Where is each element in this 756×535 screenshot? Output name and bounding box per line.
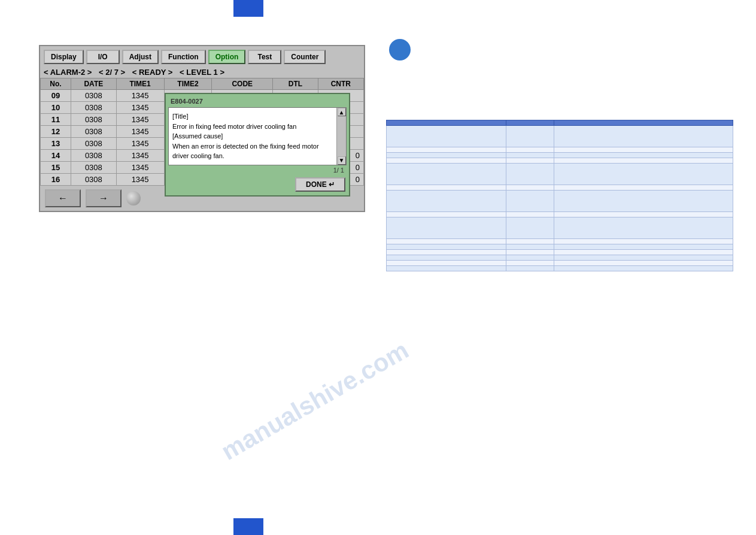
status-bar: < ALARM-2 > < 2/ 7 > < READY > < LEVEL 1… <box>40 67 364 78</box>
list-item <box>387 185 733 191</box>
col-no: No. <box>41 78 71 90</box>
popup-cause-text: When an error is detected on the fixing … <box>172 141 330 161</box>
ref-table-container <box>386 120 733 271</box>
list-item <box>387 250 733 255</box>
list-item <box>387 261 733 266</box>
list-item <box>387 217 733 239</box>
option-button[interactable]: Option <box>208 50 246 64</box>
list-item <box>387 266 733 271</box>
adjust-button[interactable]: Adjust <box>122 50 159 64</box>
done-button[interactable]: DONE ↵ <box>295 177 345 192</box>
popup-content: [Title] Error in fixing feed motor drive… <box>168 107 347 165</box>
list-item <box>387 147 733 153</box>
ball-icon <box>126 191 141 205</box>
test-button[interactable]: Test <box>248 50 281 64</box>
ref-col-2 <box>506 120 554 126</box>
ready-status: < READY > <box>132 68 173 77</box>
function-button[interactable]: Function <box>161 50 206 64</box>
prev-button[interactable]: ← <box>45 189 81 207</box>
page-indicator: 1/ 1 <box>168 165 347 175</box>
ref-col-3 <box>554 120 733 126</box>
blue-square-bottom <box>233 518 263 535</box>
counter-button[interactable]: Counter <box>284 50 326 64</box>
blue-square-top <box>233 0 263 17</box>
col-time2: TIME2 <box>164 78 212 90</box>
page-status: < 2/ 7 > <box>99 68 125 77</box>
popup-scrollbar: ▲ ▼ <box>336 108 346 165</box>
col-time1: TIME1 <box>116 78 164 90</box>
ref-table <box>386 120 733 271</box>
list-item <box>387 164 733 185</box>
list-item <box>387 244 733 250</box>
list-item <box>387 153 733 158</box>
list-item <box>387 239 733 244</box>
popup-footer: DONE ↵ <box>168 175 347 193</box>
popup-error-title: Error in fixing feed motor driver coolin… <box>172 122 330 132</box>
list-item <box>387 255 733 261</box>
toolbar: Display I/O Adjust Function Option Test … <box>40 46 364 67</box>
list-item <box>387 158 733 164</box>
list-item <box>387 212 733 217</box>
col-cntr: CNTR <box>318 78 363 90</box>
error-popup: E804-0027 [Title] Error in fixing feed m… <box>165 93 350 197</box>
blue-circle-icon <box>389 39 411 61</box>
display-button[interactable]: Display <box>44 50 84 64</box>
popup-titlebar: E804-0027 <box>168 96 347 106</box>
col-code: CODE <box>212 78 273 90</box>
next-button[interactable]: → <box>86 189 122 207</box>
col-dtl: DTL <box>273 78 318 90</box>
watermark: manualshive.com <box>217 335 414 466</box>
list-item <box>387 191 733 212</box>
ref-col-1 <box>387 120 506 126</box>
scroll-down-button[interactable]: ▼ <box>338 156 346 165</box>
col-date: DATE <box>71 78 117 90</box>
level-status: < LEVEL 1 > <box>180 68 224 77</box>
alarm-status: < ALARM-2 > <box>44 68 92 77</box>
scroll-up-button[interactable]: ▲ <box>338 108 346 116</box>
io-button[interactable]: I/O <box>86 50 120 64</box>
list-item <box>387 126 733 147</box>
popup-title-label: [Title] <box>172 111 330 122</box>
popup-cause-label: [Assumed cause] <box>172 131 330 141</box>
